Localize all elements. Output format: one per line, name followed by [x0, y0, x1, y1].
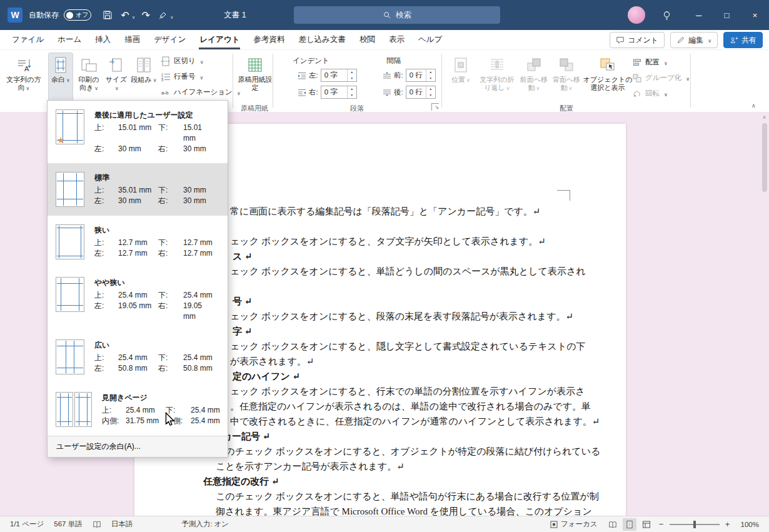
autosave-state: オフ	[76, 11, 88, 19]
breaks-button[interactable]: 区切り	[159, 54, 206, 68]
zoom-level[interactable]: 100%	[736, 521, 764, 528]
align-objects-button[interactable]: 配置	[630, 55, 670, 69]
title-bar: W 自動保存 オフ ↶ ∨ ↷ ∨ 文書 1 検索 ─ □ ×	[0, 0, 769, 30]
undo-button[interactable]: ↶	[116, 6, 134, 24]
focus-icon	[550, 520, 558, 529]
selection-pane-button[interactable]: オブジェクトの選択と表示	[583, 53, 633, 101]
web-layout-button[interactable]	[640, 518, 653, 531]
line-numbers-button[interactable]: 123行番号	[159, 69, 205, 84]
text-direction-button[interactable]: A文字列の方向	[4, 53, 44, 101]
collapse-ribbon-icon[interactable]: ∧	[751, 103, 756, 109]
size-button[interactable]: サイズ	[104, 53, 129, 101]
save-button[interactable]	[99, 6, 116, 24]
lightbulb-icon	[661, 10, 672, 21]
margin-preset-mirrored[interactable]: 見開きページ上:25.4 mm下:25.4 mm内側:31.75 mm外側:25…	[48, 383, 228, 436]
spacing-before-input[interactable]: 0 行 ▲▼	[406, 69, 436, 82]
margin-preset-normal[interactable]: 標準上:35.01 mm下:30 mm左:30 mm右:30 mm	[48, 163, 228, 216]
scroll-up-icon[interactable]: ∧	[760, 113, 768, 122]
spin-up-icon[interactable]: ▲	[348, 86, 356, 93]
wrap-text-button: 文字列の折り返し	[478, 53, 516, 101]
tab-ホーム[interactable]: ホーム	[51, 30, 88, 49]
tab-校閲[interactable]: 校閲	[353, 30, 382, 49]
chevron-down-icon	[114, 84, 119, 91]
spacing-before-icon	[383, 71, 391, 80]
document-text-line: ェック ボックスをオンにすると、単語どうしの間のスペースが黒丸として表示され	[230, 264, 626, 279]
margin-preset-narrow[interactable]: 狭い上:12.7 mm下:12.7 mm左:12.7 mm右:12.7 mm	[48, 216, 228, 268]
genko-setup-button[interactable]: 原稿用紙設定	[238, 53, 273, 101]
spin-down-icon[interactable]: ▼	[426, 93, 435, 99]
zoom-slider[interactable]	[670, 524, 720, 525]
pen-button[interactable]	[154, 6, 172, 24]
document-text-line: ことを示すアンカー記号が表示されます。↵	[216, 459, 626, 474]
focus-mode-button[interactable]: フォーカス	[545, 519, 603, 529]
tab-挿入[interactable]: 挿入	[88, 30, 118, 49]
page-indicator[interactable]: 1/1 ページ	[5, 519, 49, 529]
tab-ヘルプ[interactable]: ヘルプ	[411, 30, 449, 49]
word-count[interactable]: 567 単語	[49, 519, 87, 529]
comments-button[interactable]: コメント	[610, 32, 665, 48]
tab-差し込み文書[interactable]: 差し込み文書	[291, 30, 353, 49]
pen-chevron-icon[interactable]: ∨	[170, 15, 173, 20]
columns-button[interactable]: 段組み	[130, 53, 158, 101]
tab-デザイン[interactable]: デザイン	[147, 30, 193, 49]
margin-values-row: 上:35.01 mm下:30 mm	[94, 185, 216, 196]
spin-up-icon[interactable]: ▲	[426, 69, 435, 76]
vertical-scrollbar[interactable]: ∧	[760, 113, 768, 514]
indent-left-input[interactable]: 0 字 ▲▼	[321, 69, 357, 82]
tab-表示[interactable]: 表示	[382, 30, 411, 49]
editing-mode-button[interactable]: 編集	[670, 32, 718, 48]
word-app-icon[interactable]: W	[8, 8, 23, 23]
custom-margins-item[interactable]: ユーザー設定の余白(A)...	[48, 436, 228, 457]
share-button[interactable]: 共有	[723, 32, 763, 48]
scrollbar-thumb[interactable]	[762, 123, 767, 192]
redo-button[interactable]: ↷	[137, 6, 154, 24]
spinner-arrows[interactable]: ▲▼	[347, 86, 356, 98]
user-avatar[interactable]	[628, 6, 645, 24]
search-box[interactable]: 検索	[294, 6, 500, 24]
spin-down-icon[interactable]: ▼	[348, 76, 356, 82]
paragraph-dialog-launcher[interactable]: ↘	[431, 103, 439, 111]
margin-preview-thumbnail	[56, 224, 84, 259]
spinner-arrows[interactable]: ▲▼	[426, 86, 435, 98]
hyphenation-button[interactable]: a-bハイフネーション	[159, 85, 243, 99]
zoom-out-button[interactable]: −	[656, 519, 666, 529]
zoom-in-button[interactable]: +	[723, 519, 733, 529]
tab-参考資料[interactable]: 参考資料	[246, 30, 291, 49]
margin-preset-name: 見開きページ	[102, 393, 223, 403]
text-prediction-indicator[interactable]: 予測入力: オン	[176, 519, 234, 529]
indent-right-input[interactable]: 0 字 ▲▼	[321, 86, 357, 99]
print-layout-button[interactable]	[623, 518, 636, 531]
spin-up-icon[interactable]: ▲	[426, 86, 435, 93]
tab-描画[interactable]: 描画	[118, 30, 147, 49]
send-backward-button-label: 背面へ移動	[553, 76, 580, 91]
send-backward-button: 背面へ移動	[551, 53, 581, 101]
autosave-toggle[interactable]: オフ	[64, 9, 91, 21]
proofing-status[interactable]	[88, 520, 106, 529]
document-title[interactable]: 文書 1	[224, 10, 246, 21]
tab-レイアウト[interactable]: レイアウト	[193, 30, 246, 49]
read-mode-button[interactable]	[606, 518, 620, 531]
maximize-button[interactable]: □	[713, 0, 741, 30]
spin-up-icon[interactable]: ▲	[348, 69, 356, 76]
lightbulb-button[interactable]	[661, 10, 672, 21]
comments-label: コメント	[628, 35, 658, 46]
margins-button[interactable]: 余白	[48, 53, 73, 101]
margin-preset-moderate[interactable]: やや狭い上:25.4 mm下:25.4 mm左:19.05 mm右:19.05 …	[48, 268, 228, 331]
margin-preset-custom-last[interactable]: ★最後に適用したユーザー設定上:15.01 mm下:15.01 mm左:30 m…	[48, 101, 228, 163]
spacing-after-input[interactable]: 0 行 ▲▼	[406, 86, 436, 99]
minimize-button[interactable]: ─	[685, 0, 713, 30]
zoom-slider-thumb[interactable]	[693, 521, 696, 528]
spin-down-icon[interactable]: ▼	[348, 93, 356, 99]
spin-down-icon[interactable]: ▼	[426, 76, 435, 82]
margin-preset-wide[interactable]: 広い上:25.4 mm下:25.4 mm左:50.8 mm右:50.8 mm	[48, 331, 228, 383]
spinner-arrows[interactable]: ▲▼	[426, 69, 435, 81]
margin-values-row: 左:30 mm右:30 mm	[94, 144, 216, 154]
undo-chevron-icon[interactable]: ∨	[132, 15, 135, 20]
align-icon	[632, 58, 642, 68]
document-text-line: 。任意指定のハイフンが表示されるのは、単語の途中で改行される場合のみです。単	[230, 399, 626, 414]
tab-ファイル[interactable]: ファイル	[5, 30, 51, 49]
spinner-arrows[interactable]: ▲▼	[347, 69, 356, 81]
orientation-button[interactable]: 印刷の向き	[75, 53, 103, 101]
language-indicator[interactable]: 日本語	[106, 519, 138, 529]
close-button[interactable]: ×	[741, 0, 769, 30]
